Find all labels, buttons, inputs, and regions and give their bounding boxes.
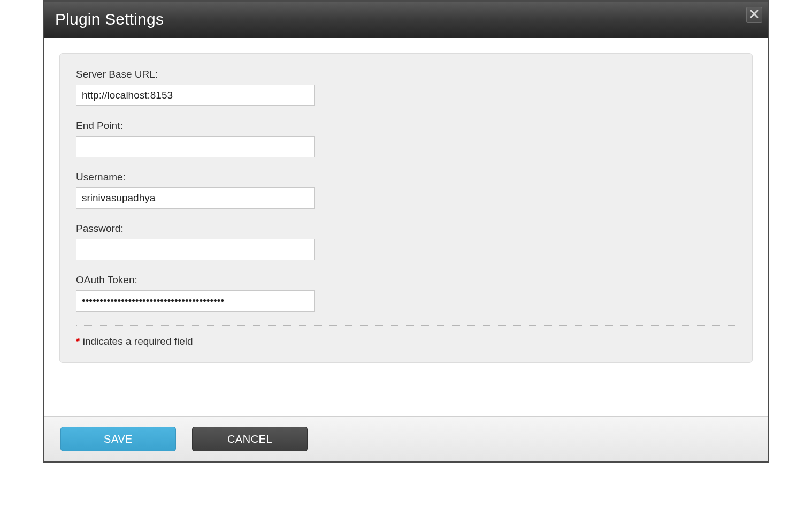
required-note-text: indicates a required field [80,336,193,347]
server-base-url-label: Server Base URL: [76,69,736,80]
required-field-note: * indicates a required field [76,336,736,352]
close-button[interactable] [746,7,762,23]
save-button[interactable]: SAVE [60,427,176,451]
password-group: Password: [76,223,736,260]
server-base-url-input[interactable] [76,85,315,106]
end-point-label: End Point: [76,120,736,132]
end-point-input[interactable] [76,136,315,157]
modal-header: Plugin Settings [44,2,768,38]
username-group: Username: [76,171,736,209]
cancel-button[interactable]: CANCEL [192,427,308,451]
username-input[interactable] [76,187,315,209]
password-input[interactable] [76,239,315,260]
server-base-url-group: Server Base URL: [76,69,736,106]
end-point-group: End Point: [76,120,736,157]
close-icon [749,9,759,21]
form-panel: Server Base URL: End Point: Username: Pa… [59,53,753,363]
password-label: Password: [76,223,736,234]
divider [76,325,736,326]
oauth-token-input[interactable] [76,290,315,312]
oauth-token-label: OAuth Token: [76,274,736,286]
username-label: Username: [76,171,736,183]
plugin-settings-modal: Plugin Settings Server Base URL: End Poi… [43,0,769,463]
modal-footer: SAVE CANCEL [44,416,768,461]
modal-title: Plugin Settings [55,10,164,28]
modal-body: Server Base URL: End Point: Username: Pa… [44,38,768,416]
oauth-token-group: OAuth Token: [76,274,736,312]
